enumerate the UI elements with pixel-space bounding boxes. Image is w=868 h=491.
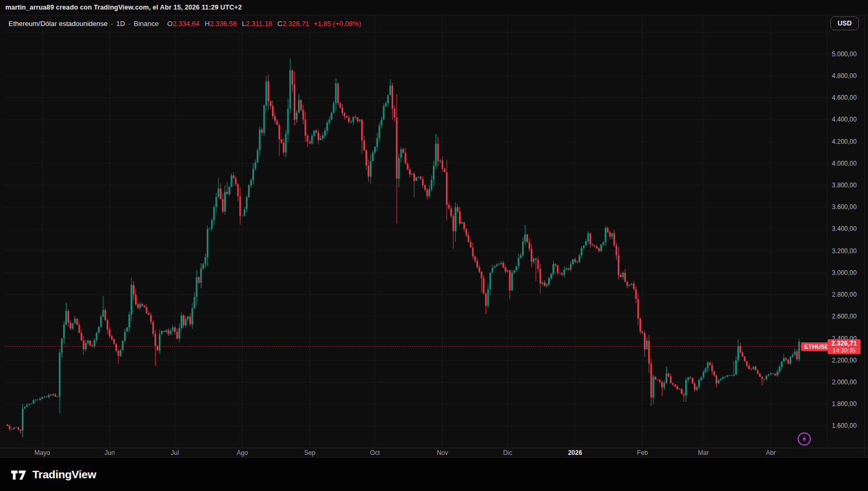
footer: TradingView	[0, 458, 868, 491]
time-axis-label: Sep	[304, 449, 315, 456]
price-axis-label: 3.200,00	[832, 247, 857, 255]
legend-separator: ·	[128, 20, 130, 28]
ohlc-h: H2.336,58	[205, 20, 236, 28]
currency-usd-button[interactable]: USD	[830, 16, 859, 30]
time-axis-label: Abr	[766, 449, 776, 456]
time-axis-label: Ago	[236, 449, 248, 456]
last-price-label: 2.326,71 14:30:35	[828, 339, 861, 354]
price-axis-label: 3.800,00	[832, 181, 857, 189]
price-axis-label: 2.800,00	[832, 290, 857, 299]
tradingview-mark-icon	[10, 467, 28, 483]
ohlc-values: O2.334,64H2.336,58L2.311,18C2.326,71	[167, 20, 310, 28]
price-axis-label: 2.600,00	[832, 312, 857, 321]
price-axis-divider	[827, 15, 828, 448]
price-axis-label: 4.600,00	[832, 93, 857, 102]
exchange-label: Binance	[134, 20, 159, 28]
flash-icon	[797, 432, 812, 446]
price-axis-label: 4.200,00	[832, 137, 857, 146]
price-axis-label: 1.800,00	[832, 400, 857, 408]
ohlc-c: C2.326,71	[277, 20, 309, 28]
interval-label: 1D	[116, 20, 125, 28]
time-axis-label: Mar	[698, 449, 709, 456]
time-axis-label: Dic	[503, 449, 512, 456]
price-axis-label: 4.800,00	[832, 72, 857, 80]
price-axis-label: 2.200,00	[832, 356, 857, 365]
time-axis-label: Oct	[370, 449, 380, 456]
widget-right-divider	[864, 15, 865, 458]
attribution-bar: martin_arrua89 creado con TradingView.co…	[0, 0, 868, 15]
price-axis-label: 3.600,00	[832, 203, 857, 211]
tradingview-logo[interactable]: TradingView	[10, 467, 96, 483]
time-axis-label: Jul	[171, 449, 179, 456]
ohlc-o: O2.334,64	[167, 20, 200, 28]
price-axis-label: 5.000,00	[832, 50, 857, 58]
symbol-legend: Ethereum/Dólar estadounidense · 1D · Bin…	[8, 20, 361, 28]
candlestick-chart[interactable]	[0, 15, 868, 458]
last-price-value: 2.326,71	[828, 340, 861, 347]
time-axis-label: Jun	[105, 449, 115, 456]
price-axis-label: 4.000,00	[832, 159, 857, 168]
time-axis-label: Feb	[637, 449, 648, 456]
bar-countdown: 14:30:35	[828, 347, 861, 354]
chart-widget: Ethereum/Dólar estadounidense · 1D · Bin…	[0, 15, 868, 458]
legend-separator: ·	[110, 20, 113, 28]
time-axis-label: Nov	[437, 449, 448, 456]
price-axis-label: 3.000,00	[832, 269, 857, 277]
time-axis-label: Mayo	[35, 449, 50, 456]
price-axis-label: 2.000,00	[832, 378, 857, 386]
ohlc-l: L2.311,18	[242, 20, 272, 28]
attribution-text: martin_arrua89 creado con TradingView.co…	[5, 4, 242, 11]
price-axis-label: 3.400,00	[832, 225, 857, 233]
change-value: +1,85 (+0,08%)	[313, 20, 361, 28]
price-axis-label: 1.600,00	[832, 421, 857, 430]
symbol-name: Ethereum/Dólar estadounidense	[8, 20, 107, 28]
tradingview-logo-text: TradingView	[32, 468, 96, 481]
price-axis-label: 4.400,00	[832, 115, 857, 124]
time-axis-label: 2026	[568, 449, 582, 456]
